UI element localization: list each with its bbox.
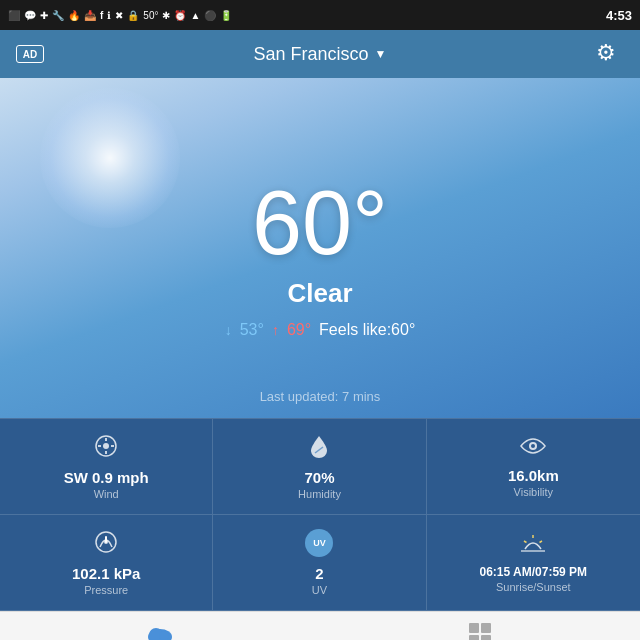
battery-percent: 50°: [143, 10, 158, 21]
svg-rect-22: [481, 635, 491, 640]
status-bar: ⬛ 💬 ✚ 🔧 🔥 📥 f ℹ ✖ 🔒 50° ✱ ⏰ ▲ ⚫ 🔋 4:53: [0, 0, 640, 30]
svg-point-5: [103, 443, 109, 449]
nav-item-weather[interactable]: Weather: [0, 612, 320, 640]
pressure-icon: [93, 529, 119, 561]
sunrise-icon: [519, 533, 547, 561]
humidity-value: 70%: [304, 469, 334, 486]
visibility-icon: [519, 435, 547, 463]
temp-low-arrow-icon: ↓: [225, 322, 232, 338]
weather-details-grid: SW 0.9 mph Wind 70% Humidity 16.0km Visi…: [0, 418, 640, 611]
visibility-label: Visibility: [514, 486, 554, 498]
uv-icon: UV: [305, 529, 333, 561]
pressure-value: 102.1 kPa: [72, 565, 140, 582]
feels-like: Feels like:60°: [319, 321, 415, 339]
city-selector[interactable]: San Francisco ▼: [254, 44, 387, 65]
temp-high-value: 69°: [287, 321, 311, 339]
sunrise-sunset-cell: 06:15 AM/07:59 PM Sunrise/Sunset: [427, 515, 640, 611]
svg-point-8: [531, 444, 535, 448]
pressure-label: Pressure: [84, 584, 128, 596]
settings-button[interactable]: ⚙: [596, 40, 624, 68]
status-left-icons: ⬛ 💬 ✚ 🔧 🔥 📥 f ℹ ✖ 🔒 50° ✱ ⏰ ▲ ⚫ 🔋: [8, 10, 232, 21]
sunrise-sunset-value: 06:15 AM/07:59 PM: [480, 565, 588, 579]
temperature-display: 60°: [252, 178, 388, 268]
svg-point-11: [104, 540, 108, 544]
pressure-cell: 102.1 kPa Pressure: [0, 515, 213, 611]
svg-rect-20: [481, 623, 491, 633]
creative-nav-icon: [466, 620, 494, 640]
wind-icon: [93, 433, 119, 465]
temp-high-arrow-icon: ↑: [272, 322, 279, 338]
svg-line-15: [540, 541, 543, 543]
uv-badge: UV: [305, 529, 333, 557]
uv-value: 2: [315, 565, 323, 582]
humidity-label: Humidity: [298, 488, 341, 500]
humidity-cell: 70% Humidity: [213, 419, 426, 515]
visibility-value: 16.0km: [508, 467, 559, 484]
sun-glow-decoration: [40, 88, 180, 228]
wind-value: SW 0.9 mph: [64, 469, 149, 486]
svg-rect-19: [469, 623, 479, 633]
uv-label: UV: [312, 584, 327, 596]
weather-nav-icon: [144, 621, 176, 640]
visibility-cell: 16.0km Visibility: [427, 419, 640, 515]
nav-item-creative[interactable]: Creative: [320, 612, 640, 640]
svg-rect-21: [469, 635, 479, 640]
app-header: AD San Francisco ▼ ⚙: [0, 30, 640, 78]
city-dropdown-icon: ▼: [375, 47, 387, 61]
wind-cell: SW 0.9 mph Wind: [0, 419, 213, 515]
uv-cell: UV 2 UV: [213, 515, 426, 611]
ad-badge: AD: [16, 45, 44, 63]
main-weather-panel: 60° Clear ↓ 53° ↑ 69° Feels like:60° Las…: [0, 78, 640, 418]
status-time: 4:53: [606, 8, 632, 23]
last-updated-text: Last updated: 7 mins: [260, 389, 381, 404]
humidity-icon: [308, 433, 330, 465]
sunrise-sunset-label: Sunrise/Sunset: [496, 581, 571, 593]
wind-label: Wind: [94, 488, 119, 500]
svg-line-14: [524, 541, 527, 543]
temp-low-value: 53°: [240, 321, 264, 339]
weather-condition: Clear: [287, 278, 352, 309]
temperature-range: ↓ 53° ↑ 69° Feels like:60°: [225, 321, 416, 339]
city-name: San Francisco: [254, 44, 369, 65]
bottom-navigation: Weather Creative: [0, 611, 640, 640]
